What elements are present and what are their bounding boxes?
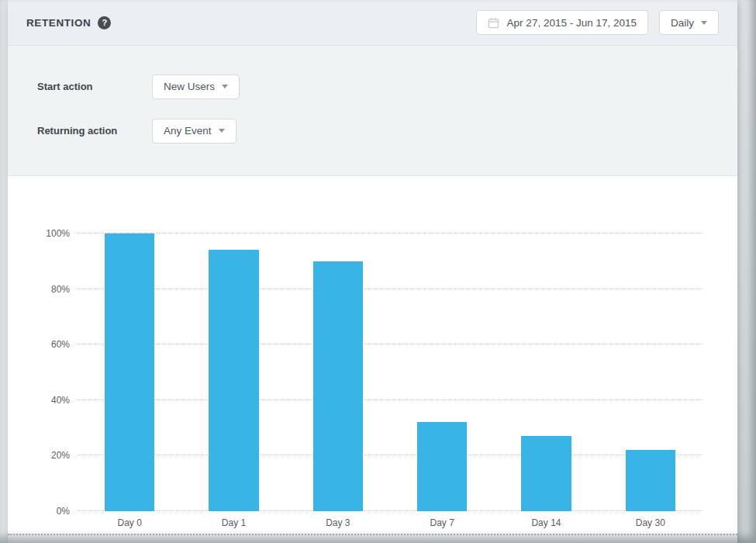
filters-section: Start action New Users Returning action …: [8, 46, 737, 176]
y-axis-label: 0%: [29, 506, 70, 517]
bar-slot: [78, 233, 181, 511]
returning-action-label: Returning action: [37, 125, 152, 137]
bar-slot: [181, 233, 285, 511]
bar-day-30[interactable]: [626, 450, 675, 511]
x-axis-label: Day 14: [494, 517, 598, 528]
x-axis: Day 0Day 1Day 3Day 7Day 14Day 30: [78, 517, 702, 528]
plot-area: 0%20%40%60%80%100%: [78, 233, 702, 511]
start-action-row: Start action New Users: [37, 74, 737, 99]
granularity-button[interactable]: Daily: [659, 10, 719, 35]
x-axis-label: Day 0: [78, 517, 181, 528]
calendar-icon: [488, 17, 499, 29]
date-range-label: Apr 27, 2015 - Jun 17, 2015: [507, 17, 637, 29]
title-wrap: RETENTION ?: [26, 16, 111, 29]
y-axis-label: 20%: [29, 450, 70, 461]
retention-panel: RETENTION ? Apr 27, 2015 - Jun 17, 2015 …: [8, 0, 737, 543]
bar-slot: [286, 233, 390, 511]
header-controls: Apr 27, 2015 - Jun 17, 2015 Daily: [476, 10, 719, 35]
y-axis-label: 100%: [29, 228, 70, 239]
start-action-value: New Users: [164, 81, 215, 92]
x-axis-label: Day 1: [181, 517, 285, 528]
y-axis-label: 60%: [29, 339, 70, 350]
returning-action-value: Any Event: [164, 125, 212, 137]
retention-chart: 0%20%40%60%80%100% Day 0Day 1Day 3Day 7D…: [8, 176, 737, 534]
page-title: RETENTION: [26, 17, 91, 29]
x-axis-label: Day 3: [286, 517, 390, 528]
bar-day-7[interactable]: [417, 422, 467, 511]
bar-slot: [599, 233, 702, 511]
x-axis-label: Day 30: [599, 517, 702, 528]
bar-day-3[interactable]: [313, 261, 363, 511]
chevron-down-icon: [222, 85, 228, 88]
bar-day-14[interactable]: [521, 436, 571, 511]
x-axis-label: Day 7: [390, 517, 494, 528]
bar-slot: [390, 233, 494, 511]
chevron-down-icon: [701, 21, 707, 25]
help-icon[interactable]: ?: [98, 16, 111, 29]
y-axis-label: 80%: [29, 284, 70, 295]
date-range-button[interactable]: Apr 27, 2015 - Jun 17, 2015: [476, 10, 648, 35]
returning-action-row: Returning action Any Event: [37, 118, 737, 144]
chevron-down-icon: [219, 129, 225, 133]
granularity-label: Daily: [671, 17, 694, 29]
bar-day-1[interactable]: [209, 250, 258, 511]
start-action-label: Start action: [37, 81, 152, 92]
returning-action-dropdown[interactable]: Any Event: [152, 119, 236, 144]
next-section-edge: [8, 534, 737, 543]
start-action-dropdown[interactable]: New Users: [152, 74, 240, 99]
panel-header: RETENTION ? Apr 27, 2015 - Jun 17, 2015 …: [8, 0, 737, 46]
bars: [78, 233, 702, 511]
bar-slot: [494, 233, 598, 511]
bar-day-0[interactable]: [105, 233, 154, 511]
y-axis-label: 40%: [29, 395, 70, 406]
